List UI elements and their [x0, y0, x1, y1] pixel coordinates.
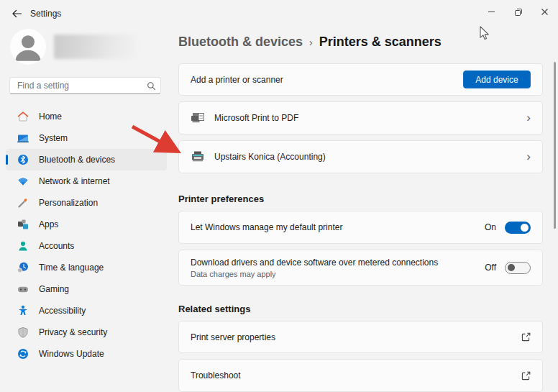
sidebar-item-label: Privacy & security: [39, 327, 107, 337]
accounts-icon: [17, 240, 29, 252]
breadcrumb: Bluetooth & devices › Printers & scanner…: [178, 32, 543, 51]
chevron-right-icon: ›: [526, 111, 531, 125]
chevron-right-icon: ›: [526, 150, 531, 164]
settings-window: Settings Home: [0, 0, 558, 392]
add-device-button[interactable]: Add device: [463, 70, 531, 88]
external-link-icon: [521, 332, 531, 342]
back-button[interactable]: [9, 6, 24, 22]
metered-downloads-row: Download drivers and device software ove…: [178, 250, 543, 286]
account-name-redacted: [54, 35, 137, 59]
sidebar-item-label: Home: [39, 111, 62, 122]
default-printer-row: Let Windows manage my default printer On: [178, 211, 543, 244]
add-printer-label: Add a printer or scanner: [191, 75, 283, 85]
sidebar-item-apps[interactable]: Apps: [6, 214, 167, 235]
close-button[interactable]: [531, 0, 558, 24]
sidebar-item-personalization[interactable]: Personalization: [6, 192, 167, 214]
search-icon[interactable]: [142, 81, 160, 91]
breadcrumb-parent[interactable]: Bluetooth & devices: [178, 35, 303, 50]
section-heading-related-settings: Related settings: [178, 304, 543, 315]
metered-downloads-text: Download drivers and device software ove…: [191, 257, 438, 278]
metered-downloads-label: Download drivers and device software ove…: [191, 257, 438, 268]
printer-row-upstairs-konica[interactable]: Upstairs Konica (Accounting) ›: [178, 140, 543, 173]
personalization-icon: [17, 197, 29, 209]
external-link-icon: [521, 371, 531, 380]
sidebar-item-network-internet[interactable]: Network & internet: [6, 170, 167, 192]
window-title: Settings: [30, 9, 61, 19]
sidebar-item-label: Windows Update: [39, 349, 104, 359]
toggle-state-label: Off: [485, 263, 496, 273]
toggle-state-label: On: [485, 222, 496, 232]
sidebar-item-accounts[interactable]: Accounts: [6, 235, 167, 257]
network-icon: [17, 176, 29, 187]
sidebar-item-bluetooth-devices[interactable]: Bluetooth & devices: [6, 149, 167, 170]
search-input[interactable]: [10, 81, 142, 91]
scrollbar-thumb[interactable]: [554, 62, 556, 229]
metered-downloads-description: Data charges may apply: [191, 270, 438, 278]
minimize-button[interactable]: [478, 0, 505, 24]
person-icon: [10, 29, 46, 65]
sidebar-item-accessibility[interactable]: Accessibility: [6, 300, 167, 322]
sidebar-item-label: Accessibility: [39, 306, 86, 316]
sidebar-item-gaming[interactable]: Gaming: [6, 278, 167, 300]
sidebar-item-system[interactable]: System: [6, 127, 167, 149]
sidebar-nav: Home System Bluetooth & devices Network …: [6, 106, 167, 365]
windows-update-icon: [17, 348, 29, 360]
time-language-icon: [17, 262, 29, 273]
restore-button[interactable]: [505, 0, 531, 24]
print-to-pdf-icon: [191, 112, 205, 124]
window-controls: [478, 0, 558, 24]
close-icon: [541, 8, 549, 16]
sidebar-item-label: Gaming: [39, 284, 69, 294]
printer-row-print-to-pdf[interactable]: Microsoft Print to PDF ›: [178, 101, 543, 135]
avatar[interactable]: [10, 29, 46, 65]
troubleshoot-row[interactable]: Troubleshoot: [178, 359, 543, 392]
home-icon: [17, 111, 29, 122]
page-title: Printers & scanners: [319, 35, 442, 50]
print-server-properties-label: Print server properties: [191, 332, 275, 342]
sidebar-item-privacy-security[interactable]: Privacy & security: [6, 322, 167, 343]
sidebar-item-time-language[interactable]: Time & language: [6, 257, 167, 278]
privacy-security-icon: [17, 327, 29, 338]
sidebar-item-home[interactable]: Home: [6, 106, 167, 127]
sidebar-item-windows-update[interactable]: Windows Update: [6, 343, 167, 365]
breadcrumb-separator-icon: ›: [309, 35, 313, 48]
printer-name: Upstairs Konica (Accounting): [214, 152, 326, 162]
print-server-properties-row[interactable]: Print server properties: [178, 321, 543, 353]
bluetooth-icon: [17, 154, 29, 165]
minimize-icon: [488, 8, 495, 16]
default-printer-toggle[interactable]: [505, 222, 531, 234]
section-heading-printer-preferences: Printer preferences: [178, 193, 543, 205]
sidebar-item-label: System: [39, 133, 68, 143]
sidebar: Home System Bluetooth & devices Network …: [0, 26, 173, 392]
troubleshoot-label: Troubleshoot: [191, 370, 241, 380]
printer-icon: [191, 151, 205, 163]
accessibility-icon: [17, 305, 29, 316]
restore-icon: [514, 8, 523, 17]
system-icon: [17, 132, 29, 144]
search-box: [9, 77, 161, 94]
back-arrow-icon: [12, 9, 22, 19]
titlebar: Settings: [0, 0, 558, 26]
add-printer-row: Add a printer or scanner Add device: [178, 63, 543, 96]
sidebar-item-label: Accounts: [39, 241, 74, 251]
main-content: Bluetooth & devices › Printers & scanner…: [178, 26, 543, 392]
sidebar-item-label: Network & internet: [39, 176, 110, 186]
gaming-icon: [17, 283, 29, 295]
sidebar-item-label: Apps: [39, 219, 58, 229]
printer-name: Microsoft Print to PDF: [214, 113, 298, 123]
apps-icon: [17, 219, 29, 230]
sidebar-item-label: Bluetooth & devices: [39, 155, 115, 165]
default-printer-label: Let Windows manage my default printer: [191, 222, 342, 232]
sidebar-item-label: Personalization: [39, 198, 98, 208]
metered-downloads-toggle[interactable]: [505, 262, 531, 274]
sidebar-item-label: Time & language: [39, 263, 104, 273]
